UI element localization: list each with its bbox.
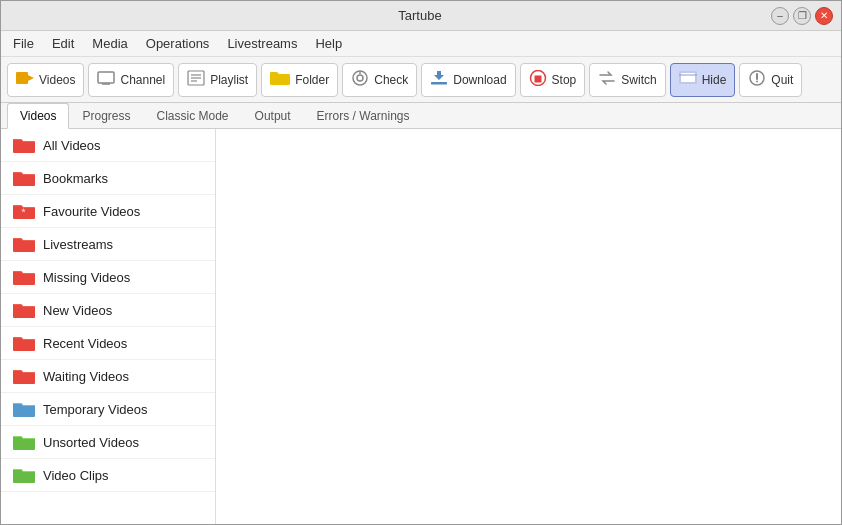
folder-blue-icon — [13, 400, 35, 418]
folder-red-icon-bookmarks — [13, 169, 35, 187]
svg-point-21 — [756, 81, 758, 83]
bookmarks-label: Bookmarks — [43, 171, 108, 186]
sidebar-item-unsorted-videos[interactable]: Unsorted Videos — [1, 426, 215, 459]
menubar: File Edit Media Operations Livestreams H… — [1, 31, 841, 57]
playlist-button[interactable]: Playlist — [178, 63, 257, 97]
svg-rect-0 — [16, 72, 28, 84]
livestreams-label: Livestreams — [43, 237, 113, 252]
sidebar-item-video-clips[interactable]: Video Clips — [1, 459, 215, 492]
videos-button[interactable]: Videos — [7, 63, 84, 97]
svg-rect-2 — [98, 72, 114, 83]
svg-marker-1 — [28, 75, 34, 81]
svg-rect-15 — [534, 76, 541, 83]
folder-green-icon-clips — [13, 466, 35, 484]
folder-green-icon-unsorted — [13, 433, 35, 451]
folder-button[interactable]: Folder — [261, 63, 338, 97]
sidebar-item-livestreams[interactable]: Livestreams — [1, 228, 215, 261]
new-videos-label: New Videos — [43, 303, 112, 318]
sidebar-item-bookmarks[interactable]: Bookmarks — [1, 162, 215, 195]
all-videos-label: All Videos — [43, 138, 101, 153]
folder-label: Folder — [295, 73, 329, 87]
folder-red-icon-missing — [13, 268, 35, 286]
sidebar-item-recent-videos[interactable]: Recent Videos — [1, 327, 215, 360]
switch-label: Switch — [621, 73, 656, 87]
svg-point-10 — [357, 75, 363, 81]
missing-videos-label: Missing Videos — [43, 270, 130, 285]
folder-red-icon-recent — [13, 334, 35, 352]
main-window: Tartube – ❐ ✕ File Edit Media Operations… — [0, 0, 842, 525]
video-clips-label: Video Clips — [43, 468, 109, 483]
unsorted-videos-label: Unsorted Videos — [43, 435, 139, 450]
download-button[interactable]: Download — [421, 63, 515, 97]
menu-livestreams[interactable]: Livestreams — [219, 34, 305, 53]
hide-button[interactable]: Hide — [670, 63, 736, 97]
sidebar-item-favourite-videos[interactable]: Favourite Videos — [1, 195, 215, 228]
folder-red-icon-fav — [13, 202, 35, 220]
maximize-button[interactable]: ❐ — [793, 7, 811, 25]
menu-media[interactable]: Media — [84, 34, 135, 53]
favourite-videos-label: Favourite Videos — [43, 204, 140, 219]
quit-button[interactable]: Quit — [739, 63, 802, 97]
videos-icon — [16, 70, 34, 89]
check-button[interactable]: Check — [342, 63, 417, 97]
tab-errors-warnings[interactable]: Errors / Warnings — [304, 103, 423, 129]
sidebar-item-temporary-videos[interactable]: Temporary Videos — [1, 393, 215, 426]
folder-icon — [270, 70, 290, 89]
menu-help[interactable]: Help — [307, 34, 350, 53]
recent-videos-label: Recent Videos — [43, 336, 127, 351]
switch-button[interactable]: Switch — [589, 63, 665, 97]
download-label: Download — [453, 73, 506, 87]
menu-operations[interactable]: Operations — [138, 34, 218, 53]
folder-red-icon-new — [13, 301, 35, 319]
playlist-icon — [187, 70, 205, 89]
tab-classic-mode[interactable]: Classic Mode — [144, 103, 242, 129]
tab-output[interactable]: Output — [242, 103, 304, 129]
hide-icon — [679, 70, 697, 89]
window-title: Tartube — [69, 8, 771, 23]
sidebar-item-missing-videos[interactable]: Missing Videos — [1, 261, 215, 294]
temporary-videos-label: Temporary Videos — [43, 402, 148, 417]
title-bar: Tartube – ❐ ✕ — [1, 1, 841, 31]
folder-red-icon-live — [13, 235, 35, 253]
tab-progress[interactable]: Progress — [69, 103, 143, 129]
switch-icon — [598, 70, 616, 89]
minimize-button[interactable]: – — [771, 7, 789, 25]
download-icon — [430, 70, 448, 89]
videos-label: Videos — [39, 73, 75, 87]
svg-marker-13 — [434, 71, 444, 80]
main-content: All Videos Bookmarks Favourite Videos — [1, 129, 841, 524]
sidebar-item-waiting-videos[interactable]: Waiting Videos — [1, 360, 215, 393]
playlist-label: Playlist — [210, 73, 248, 87]
folder-red-icon — [13, 136, 35, 154]
tab-videos[interactable]: Videos — [7, 103, 69, 129]
check-label: Check — [374, 73, 408, 87]
waiting-videos-label: Waiting Videos — [43, 369, 129, 384]
stop-button[interactable]: Stop — [520, 63, 586, 97]
channel-button[interactable]: Channel — [88, 63, 174, 97]
folder-red-icon-waiting — [13, 367, 35, 385]
quit-icon — [748, 70, 766, 89]
sidebar: All Videos Bookmarks Favourite Videos — [1, 129, 216, 524]
sidebar-item-new-videos[interactable]: New Videos — [1, 294, 215, 327]
sidebar-item-all-videos[interactable]: All Videos — [1, 129, 215, 162]
svg-rect-12 — [431, 82, 447, 85]
svg-rect-17 — [681, 73, 695, 82]
stop-icon — [529, 70, 547, 89]
quit-label: Quit — [771, 73, 793, 87]
stop-label: Stop — [552, 73, 577, 87]
menu-file[interactable]: File — [5, 34, 42, 53]
channel-icon — [97, 70, 115, 89]
content-area — [216, 129, 841, 524]
close-button[interactable]: ✕ — [815, 7, 833, 25]
hide-label: Hide — [702, 73, 727, 87]
toolbar: Videos Channel Playlist Folder Check — [1, 57, 841, 103]
check-icon — [351, 70, 369, 89]
menu-edit[interactable]: Edit — [44, 34, 82, 53]
channel-label: Channel — [120, 73, 165, 87]
window-controls: – ❐ ✕ — [771, 7, 833, 25]
tabs-area: Videos Progress Classic Mode Output Erro… — [1, 103, 841, 129]
